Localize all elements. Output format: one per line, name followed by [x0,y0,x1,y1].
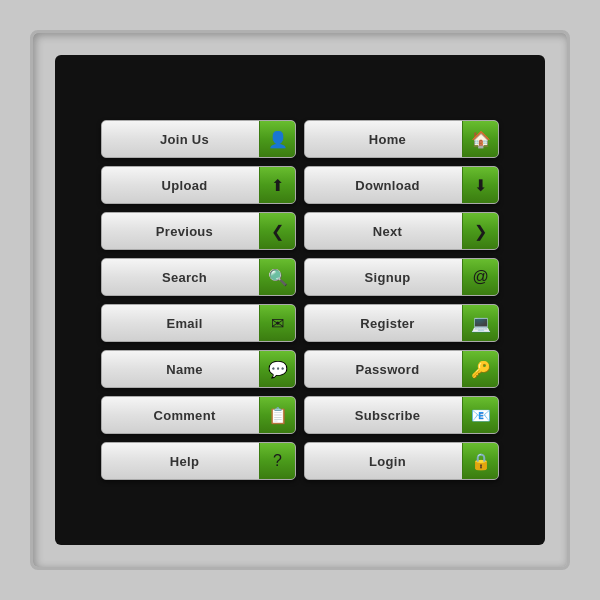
password-button-label: Password [305,362,462,377]
signup-button-label: Signup [305,270,462,285]
help-button-icon: ? [259,442,295,480]
name-button-label: Name [102,362,259,377]
upload-button[interactable]: Upload⬆ [101,166,296,204]
home-button[interactable]: Home🏠 [304,120,499,158]
email-button-icon: ✉ [259,304,295,342]
signup-button[interactable]: Signup@ [304,258,499,296]
previous-button[interactable]: Previous❮ [101,212,296,250]
next-button-icon: ❯ [462,212,498,250]
email-button-label: Email [102,316,259,331]
previous-button-label: Previous [102,224,259,239]
buttons-grid: Join Us👤Home🏠Upload⬆Download⬇Previous❮Ne… [81,100,519,500]
subscribe-button-icon: 📧 [462,396,498,434]
upload-button-label: Upload [102,178,259,193]
password-button-icon: 🔑 [462,350,498,388]
password-button[interactable]: Password🔑 [304,350,499,388]
email-button[interactable]: Email✉ [101,304,296,342]
search-button-icon: 🔍 [259,258,295,296]
previous-button-icon: ❮ [259,212,295,250]
subscribe-button[interactable]: Subscribe📧 [304,396,499,434]
login-button[interactable]: Login🔒 [304,442,499,480]
register-button-label: Register [305,316,462,331]
outer-frame: Join Us👤Home🏠Upload⬆Download⬇Previous❮Ne… [30,30,570,570]
upload-button-icon: ⬆ [259,166,295,204]
home-button-icon: 🏠 [462,120,498,158]
join-us-button-icon: 👤 [259,120,295,158]
help-button[interactable]: Help? [101,442,296,480]
search-button-label: Search [102,270,259,285]
login-button-icon: 🔒 [462,442,498,480]
download-button-label: Download [305,178,462,193]
login-button-label: Login [305,454,462,469]
register-button-icon: 💻 [462,304,498,342]
join-us-button[interactable]: Join Us👤 [101,120,296,158]
comment-button[interactable]: Comment📋 [101,396,296,434]
home-button-label: Home [305,132,462,147]
next-button-label: Next [305,224,462,239]
help-button-label: Help [102,454,259,469]
register-button[interactable]: Register💻 [304,304,499,342]
signup-button-icon: @ [462,258,498,296]
download-button[interactable]: Download⬇ [304,166,499,204]
name-button[interactable]: Name💬 [101,350,296,388]
next-button[interactable]: Next❯ [304,212,499,250]
inner-panel: Join Us👤Home🏠Upload⬆Download⬇Previous❮Ne… [55,55,545,545]
join-us-button-label: Join Us [102,132,259,147]
comment-button-icon: 📋 [259,396,295,434]
download-button-icon: ⬇ [462,166,498,204]
name-button-icon: 💬 [259,350,295,388]
search-button[interactable]: Search🔍 [101,258,296,296]
comment-button-label: Comment [102,408,259,423]
subscribe-button-label: Subscribe [305,408,462,423]
